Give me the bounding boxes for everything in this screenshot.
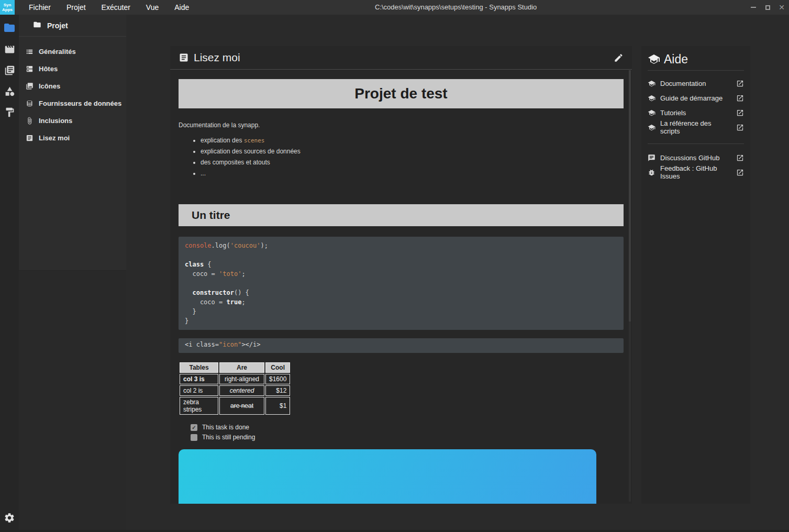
divider xyxy=(648,70,744,71)
window-title: C:\codes\wit\synapps\setups\testing - Sy… xyxy=(375,0,537,15)
minimize-icon[interactable] xyxy=(749,3,758,12)
aide-github-links: Discussions GitHub Feedback : GitHub Iss… xyxy=(648,150,744,180)
table-cell: col 3 is xyxy=(180,374,218,384)
servers-icon xyxy=(26,65,34,73)
table-header: Cool xyxy=(265,362,290,373)
table-row: col 3 is right-aligned $1600 xyxy=(180,374,290,384)
logo-line2: Apps xyxy=(2,7,13,12)
list-item: des composites et atouts xyxy=(201,159,624,166)
menu-vue[interactable]: Vue xyxy=(138,0,166,15)
list-item: explication des scenes xyxy=(201,137,624,144)
settings-gear-icon[interactable] xyxy=(4,512,15,526)
folder-icon xyxy=(33,20,41,31)
table-header-row: Tables Are Cool xyxy=(180,362,290,373)
sidebar-item-fournisseurs[interactable]: Fournisseurs de données xyxy=(19,95,126,112)
graduation-cap-icon xyxy=(648,80,655,87)
readme-document-icon xyxy=(179,52,189,63)
readme-h2: Un titre xyxy=(179,204,624,226)
maximize-icon[interactable] xyxy=(763,3,772,12)
external-link-icon xyxy=(736,109,744,117)
sidebar-list: Généralités Hôtes Icônes Fournisseurs de… xyxy=(19,37,126,147)
sidebar-item-label: Hôtes xyxy=(39,65,58,73)
menu-aide[interactable]: Aide xyxy=(166,0,197,15)
pencil-icon[interactable] xyxy=(614,53,624,63)
activity-rail xyxy=(0,15,19,532)
close-icon[interactable]: ✕ xyxy=(777,3,786,12)
readme-panel: Lisez moi Projet de test Documentation d… xyxy=(170,46,632,504)
library-pages-icon[interactable] xyxy=(4,65,15,78)
aide-link-documentation[interactable]: Documentation xyxy=(648,76,744,91)
table-row: zebra stripes are neat $1 xyxy=(180,397,290,415)
menu-projet[interactable]: Projet xyxy=(59,0,94,15)
vertical-scrollbar[interactable] xyxy=(629,70,631,502)
sidebar-item-generalites[interactable]: Généralités xyxy=(19,43,126,60)
logo-line1: Syn xyxy=(4,3,12,7)
aide-link-label: Discussions GitHub xyxy=(660,154,731,162)
bottom-edge xyxy=(0,530,789,532)
menu-executer[interactable]: Exécuter xyxy=(94,0,138,15)
images-icon xyxy=(26,82,34,90)
sidebar-item-hotes[interactable]: Hôtes xyxy=(19,60,126,77)
sidebar-item-inclusions[interactable]: Inclusions xyxy=(19,112,126,129)
scenes-clapperboard-icon[interactable] xyxy=(4,44,15,57)
checkbox-unchecked-icon[interactable] xyxy=(191,434,197,441)
aide-link-label: Feedback : GitHub Issues xyxy=(660,164,731,180)
aide-header: Aide xyxy=(648,51,744,67)
aide-link-guide[interactable]: Guide de démarrage xyxy=(648,91,744,105)
graduation-cap-icon xyxy=(648,53,660,65)
code-block: console.log('coucou'); class { coco = 't… xyxy=(179,237,624,330)
shapes-components-icon[interactable] xyxy=(4,86,15,99)
checkbox-checked-icon[interactable] xyxy=(191,424,197,431)
aide-link-label: La référence des scripts xyxy=(660,119,731,135)
sidebar-item-icones[interactable]: Icônes xyxy=(19,77,126,95)
paperclip-icon xyxy=(26,117,34,125)
paint-roller-icon[interactable] xyxy=(4,107,15,120)
readme-banner-image: MADE WITH HTML & CSS xyxy=(179,449,596,504)
aide-link-reference-scripts[interactable]: La référence des scripts xyxy=(648,120,744,135)
task-label: This task is done xyxy=(202,424,249,431)
chat-icon xyxy=(648,154,655,162)
panel-title: Lisez moi xyxy=(194,51,609,64)
table-cell: zebra stripes xyxy=(180,397,218,415)
table-cell: right-aligned xyxy=(219,374,264,384)
readme-content: Projet de test Documentation de la synap… xyxy=(170,79,632,504)
inline-code-block: <i class="icon"></i> xyxy=(179,338,624,353)
list-icon xyxy=(26,48,34,56)
sidebar-item-label: Lisez moi xyxy=(39,134,70,142)
aide-link-feedback[interactable]: Feedback : GitHub Issues xyxy=(648,165,744,180)
aide-link-label: Tutoriels xyxy=(660,109,731,117)
database-icon xyxy=(26,99,34,107)
sidebar-item-label: Généralités xyxy=(39,48,76,56)
aide-link-label: Guide de démarrage xyxy=(660,94,731,102)
sidebar-item-label: Fournisseurs de données xyxy=(39,99,121,107)
table-cell: $12 xyxy=(265,385,290,396)
table-cell: centered xyxy=(219,385,264,396)
table-header: Are xyxy=(219,362,264,373)
readme-document-icon xyxy=(26,134,34,142)
task-list: This task is done This is still pending xyxy=(179,423,624,442)
aide-link-tutoriels[interactable]: Tutoriels xyxy=(648,105,744,120)
aide-doc-links: Documentation Guide de démarrage Tutorie… xyxy=(648,76,744,135)
sidebar-header-label: Projet xyxy=(47,21,68,30)
titlebar: Syn Apps Fichier Projet Exécuter Vue Aid… xyxy=(0,0,789,15)
table-cell: $1 xyxy=(265,397,290,415)
sidebar-item-lisez-moi[interactable]: Lisez moi xyxy=(19,129,126,147)
table-row: col 2 is centered $12 xyxy=(180,385,290,396)
external-link-icon xyxy=(736,154,744,162)
aide-link-discussions[interactable]: Discussions GitHub xyxy=(648,150,744,165)
sidebar-item-label: Inclusions xyxy=(39,117,72,125)
scrollbar-thumb[interactable] xyxy=(629,70,631,322)
task-item-2: This is still pending xyxy=(191,433,624,442)
readme-panel-header: Lisez moi xyxy=(170,46,632,70)
markdown-table: Tables Are Cool col 3 is right-aligned $… xyxy=(179,361,291,416)
external-link-icon xyxy=(736,124,744,131)
aide-panel: Aide Documentation Guide de démarrage Tu… xyxy=(641,46,750,504)
readme-intro: Documentation de la synapp. xyxy=(179,121,624,129)
external-link-icon xyxy=(736,94,744,102)
project-folder-icon[interactable] xyxy=(3,21,16,36)
task-label: This is still pending xyxy=(202,434,255,441)
menu-fichier[interactable]: Fichier xyxy=(21,0,59,15)
aide-title: Aide xyxy=(664,52,688,66)
task-item-1: This task is done xyxy=(191,423,624,432)
external-link-icon xyxy=(736,169,744,176)
